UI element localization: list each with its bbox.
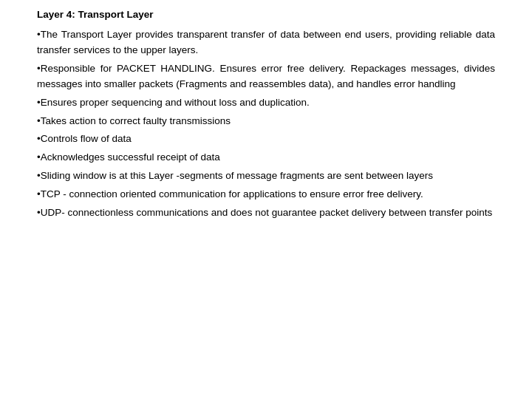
- list-item: •The Transport Layer provides transparen…: [37, 27, 495, 58]
- bullet-text: Takes action to correct faulty transmiss…: [41, 115, 231, 126]
- bullet-text: Acknowledges successful receipt of data: [41, 151, 220, 163]
- bullet-text: Controls flow of data: [41, 133, 132, 144]
- list-item: •Sliding window is at this Layer -segmen…: [37, 168, 495, 184]
- bullet-text: The Transport Layer provides transparent…: [37, 29, 495, 55]
- page-title: Layer 4: Transport Layer: [37, 7, 495, 23]
- list-item: •Takes action to correct faulty transmis…: [37, 114, 495, 129]
- list-item: •Acknowledges successful receipt of data: [37, 150, 495, 166]
- bullet-text: Sliding window is at this Layer -segment…: [41, 170, 433, 181]
- bullet-text: TCP - connection oriented communication …: [41, 188, 423, 200]
- list-item: •UDP- connectionless communications and …: [37, 205, 495, 221]
- page-content: Layer 4: Transport Layer •The Transport …: [0, 0, 532, 231]
- list-item: •Responsible for PACKET HANDLING. Ensure…: [37, 61, 495, 92]
- bullet-text: Responsible for PACKET HANDLING. Ensures…: [37, 63, 495, 89]
- list-item: •TCP - connection oriented communication…: [37, 187, 495, 202]
- bullet-text: UDP- connectionless communications and d…: [41, 207, 493, 218]
- list-item: •Ensures proper sequencing and without l…: [37, 95, 495, 111]
- bullet-text: Ensures proper sequencing and without lo…: [41, 97, 310, 108]
- list-item: •Controls flow of data: [37, 132, 495, 147]
